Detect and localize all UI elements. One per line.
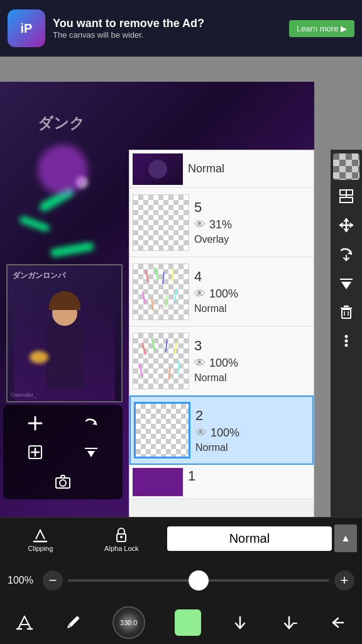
visibility-icon: 👁 bbox=[194, 287, 206, 301]
brush-size-indicator[interactable]: 330.0 bbox=[112, 606, 145, 639]
layer-number: 3 bbox=[194, 338, 202, 354]
svg-marker-26 bbox=[341, 282, 351, 289]
fork-arrow-button[interactable] bbox=[280, 613, 299, 632]
layer-blend-mode: Overlay bbox=[194, 234, 229, 245]
clipping-tool[interactable]: Clipping bbox=[0, 523, 81, 555]
layer-thumbnail bbox=[133, 153, 183, 185]
zoom-handle[interactable] bbox=[189, 570, 209, 591]
layer-opacity: 31% bbox=[209, 218, 232, 231]
layer-row[interactable]: 1 bbox=[129, 465, 314, 499]
layer-row[interactable]: Normal bbox=[129, 150, 314, 188]
visibility-icon: 👁 bbox=[195, 426, 207, 440]
svg-marker-42 bbox=[87, 451, 95, 457]
layer-info: 3 👁 100% Normal bbox=[194, 335, 310, 386]
svg-line-10 bbox=[151, 338, 155, 350]
zoom-slider[interactable] bbox=[68, 579, 329, 582]
ad-learn-more-button[interactable]: Learn more ▶ bbox=[289, 20, 354, 37]
zoom-minus-button[interactable]: − bbox=[43, 570, 63, 591]
move-button[interactable] bbox=[332, 211, 360, 239]
layer-blend-mode: Normal bbox=[194, 372, 227, 384]
layer-info: 4 👁 100% Normal bbox=[194, 266, 310, 317]
layer-opacity: 100% bbox=[209, 287, 238, 301]
camera-button[interactable] bbox=[8, 468, 118, 494]
layer-number: 5 bbox=[194, 199, 202, 216]
layer-thumbnail bbox=[133, 264, 189, 320]
svg-line-1 bbox=[155, 267, 158, 279]
layer-blend-mode: Normal bbox=[194, 303, 227, 314]
layer-thumbnail bbox=[134, 402, 190, 458]
layer-row[interactable]: 5 👁 31% Overlay bbox=[129, 188, 314, 257]
layer-blend-mode: Normal bbox=[188, 162, 224, 175]
layer-thumbnail bbox=[133, 194, 189, 251]
ad-text: You want to remove the Ad? The canvas wi… bbox=[53, 17, 289, 40]
color-swatch[interactable] bbox=[175, 609, 201, 636]
layer-meta: 👁 100% bbox=[194, 287, 238, 301]
layer-row-selected[interactable]: 2 👁 100% Normal bbox=[129, 396, 314, 465]
merge-all-button[interactable] bbox=[332, 269, 360, 297]
zoom-plus-button[interactable]: + bbox=[334, 570, 354, 591]
blend-mode-arrow-button[interactable]: ▲ bbox=[334, 525, 357, 552]
add-layer-button[interactable] bbox=[8, 410, 62, 436]
layer-thumbnail bbox=[133, 468, 183, 496]
layer-info: 5 👁 31% Overlay bbox=[194, 197, 310, 248]
svg-line-7 bbox=[166, 294, 167, 307]
back-button[interactable] bbox=[328, 613, 347, 632]
svg-rect-27 bbox=[342, 309, 351, 318]
flip-button[interactable] bbox=[332, 240, 360, 268]
svg-line-5 bbox=[175, 289, 176, 301]
more-options-button[interactable] bbox=[332, 327, 360, 355]
zoom-percent-label: 100% bbox=[8, 575, 38, 586]
move-down-button[interactable] bbox=[231, 613, 250, 632]
svg-rect-19 bbox=[340, 197, 353, 203]
layer-row[interactable]: 4 👁 100% Normal bbox=[129, 257, 314, 326]
svg-point-47 bbox=[120, 536, 123, 538]
svg-line-2 bbox=[163, 271, 164, 284]
alpha-lock-label: Alpha Lock bbox=[104, 545, 138, 552]
pen-tool-button[interactable] bbox=[63, 613, 82, 632]
svg-line-15 bbox=[156, 370, 158, 382]
visibility-icon: 👁 bbox=[194, 357, 206, 370]
blend-mode-display[interactable]: Normal bbox=[167, 526, 332, 551]
bottom-left-toolbar bbox=[3, 405, 123, 499]
ad-title: You want to remove the Ad? bbox=[53, 17, 289, 31]
svg-line-48 bbox=[18, 616, 25, 629]
right-toolbar bbox=[331, 150, 362, 571]
svg-line-3 bbox=[172, 269, 173, 281]
layer-blend-mode: Normal bbox=[195, 442, 228, 453]
svg-line-11 bbox=[166, 339, 167, 352]
svg-point-33 bbox=[345, 340, 348, 343]
layer-row[interactable]: 3 👁 100% Normal bbox=[129, 326, 314, 396]
layer-opacity: 100% bbox=[211, 426, 239, 440]
layer-opacity: 100% bbox=[209, 357, 238, 370]
merge-down-button[interactable] bbox=[332, 182, 360, 210]
checker-pattern-button[interactable] bbox=[333, 153, 359, 180]
zoom-bar: 100% − + bbox=[0, 559, 362, 601]
delete-button[interactable] bbox=[332, 298, 360, 326]
layer-thumbnail bbox=[133, 333, 189, 389]
layer-number: 2 bbox=[195, 408, 203, 424]
add-clipping-button[interactable] bbox=[8, 439, 62, 465]
svg-line-0 bbox=[146, 270, 149, 282]
ad-logo-text: iP bbox=[21, 21, 33, 36]
layer-meta: 👁 100% bbox=[194, 357, 238, 370]
clipping-label: Clipping bbox=[28, 545, 53, 552]
transform-tool-button[interactable] bbox=[15, 613, 34, 632]
flip-layer-button[interactable] bbox=[64, 410, 118, 436]
visibility-icon: 👁 bbox=[194, 218, 206, 231]
svg-point-34 bbox=[345, 344, 348, 347]
layer-merge-button[interactable] bbox=[64, 439, 118, 465]
jp-text-canvas: ダンク bbox=[38, 113, 85, 133]
svg-line-16 bbox=[169, 367, 170, 379]
blend-mode-bar: Clipping Alpha Lock Normal ▲ bbox=[0, 517, 362, 559]
svg-rect-17 bbox=[340, 190, 346, 195]
svg-point-32 bbox=[345, 335, 348, 338]
alpha-lock-tool[interactable]: Alpha Lock bbox=[81, 523, 162, 555]
svg-line-4 bbox=[143, 292, 146, 304]
blend-mode-selector[interactable]: Normal ▲ bbox=[162, 525, 362, 552]
ad-logo: iP bbox=[8, 9, 45, 47]
left-thumbnail: ダンガンロンパ ©wonder_ bbox=[6, 264, 123, 402]
svg-line-13 bbox=[140, 364, 143, 376]
svg-line-6 bbox=[151, 297, 153, 310]
svg-line-14 bbox=[178, 361, 179, 374]
layers-panel: Normal 5 👁 31% Overlay bbox=[129, 150, 314, 571]
